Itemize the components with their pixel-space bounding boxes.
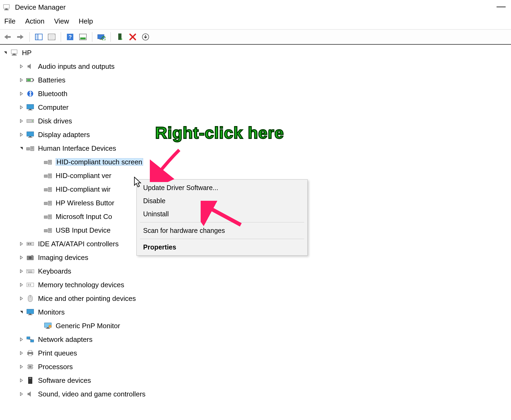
tree-category-label: Software devices xyxy=(38,377,91,384)
enable-button[interactable] xyxy=(115,32,125,42)
uninstall-button[interactable] xyxy=(128,32,138,42)
tree-arrow-collapsed[interactable] xyxy=(17,119,26,123)
scan-hardware-button[interactable] xyxy=(97,32,106,42)
menu-help[interactable]: Help xyxy=(79,17,93,25)
svg-rect-67 xyxy=(26,270,34,273)
tree-arrow-collapsed[interactable] xyxy=(17,133,26,137)
show-hide-console-button[interactable] xyxy=(34,32,44,42)
svg-rect-37 xyxy=(44,161,47,164)
svg-rect-20 xyxy=(12,55,17,55)
tree-arrow-collapsed[interactable] xyxy=(17,78,26,82)
svg-rect-75 xyxy=(30,284,31,286)
tree-category-label: Bluetooth xyxy=(38,90,67,97)
tree-device-label: USB Input Device xyxy=(56,227,110,234)
tree-arrow-collapsed[interactable] xyxy=(17,242,26,246)
tree-category[interactable]: Network adapters xyxy=(0,332,511,346)
tree-device-label: HID-compliant touch screen xyxy=(56,158,143,166)
tree-category[interactable]: Print queues xyxy=(0,346,511,360)
svg-rect-31 xyxy=(29,136,31,137)
tree-device[interactable]: HID-compliant touch screen xyxy=(0,155,511,169)
svg-rect-88 xyxy=(29,350,32,352)
svg-rect-27 xyxy=(28,110,32,110)
svg-rect-32 xyxy=(28,137,32,138)
properties-button[interactable] xyxy=(47,32,56,42)
svg-rect-57 xyxy=(44,229,47,232)
forward-button[interactable] xyxy=(16,32,25,42)
svg-rect-45 xyxy=(44,188,47,191)
help-button[interactable]: ? xyxy=(65,32,75,42)
annotation-arrow-to-item xyxy=(150,145,187,182)
svg-rect-22 xyxy=(33,79,34,81)
tree-arrow-collapsed[interactable] xyxy=(17,256,26,259)
svg-rect-74 xyxy=(28,284,29,286)
tree-category[interactable]: Batteries xyxy=(0,73,511,87)
tree-category[interactable]: Keyboards xyxy=(0,264,511,278)
tree-category-label: Mice and other pointing devices xyxy=(38,295,136,302)
minimize-button[interactable]: — xyxy=(497,1,506,10)
svg-point-65 xyxy=(29,256,32,259)
tree-category-label: Print queues xyxy=(38,350,77,357)
svg-rect-30 xyxy=(27,132,34,136)
ide-icon xyxy=(26,240,35,248)
svg-rect-91 xyxy=(29,366,31,368)
svg-rect-71 xyxy=(31,270,32,271)
tree-arrow-collapsed[interactable] xyxy=(17,105,26,109)
tree-arrow-collapsed[interactable] xyxy=(17,269,26,273)
context-menu-item[interactable]: Properties xyxy=(137,241,307,254)
menu-view[interactable]: View xyxy=(54,17,69,25)
tree-arrow-collapsed[interactable] xyxy=(17,365,26,369)
tree-root[interactable]: HP xyxy=(0,46,511,59)
update-driver-button[interactable] xyxy=(141,32,150,42)
svg-rect-26 xyxy=(29,109,31,110)
svg-rect-33 xyxy=(26,147,30,150)
toolbar: ? xyxy=(0,30,511,44)
tree-category[interactable]: Sound, video and game controllers xyxy=(0,387,511,401)
svg-rect-18 xyxy=(11,50,17,54)
tree-device-label: HID-compliant ver xyxy=(56,172,111,179)
tree-arrow-collapsed[interactable] xyxy=(17,392,26,396)
tree-arrow-collapsed[interactable] xyxy=(17,92,26,96)
tree-arrow-expanded[interactable] xyxy=(1,51,10,55)
svg-rect-4 xyxy=(35,34,38,40)
svg-rect-0 xyxy=(3,5,9,8)
svg-rect-62 xyxy=(28,243,29,245)
menu-file[interactable]: File xyxy=(4,17,16,25)
tree-category[interactable]: Human Interface Devices xyxy=(0,141,511,155)
svg-rect-49 xyxy=(44,202,47,205)
hid-icon xyxy=(43,213,52,221)
action-button[interactable] xyxy=(78,32,88,42)
tree-device[interactable]: Generic PnP Monitor xyxy=(0,319,511,332)
tree-category[interactable]: Mice and other pointing devices xyxy=(0,292,511,305)
tree-category[interactable]: Memory technology devices xyxy=(0,278,511,292)
hid-icon xyxy=(26,144,35,152)
tree-arrow-collapsed[interactable] xyxy=(17,351,26,355)
menu-action[interactable]: Action xyxy=(25,17,44,25)
tree-category[interactable]: Bluetooth xyxy=(0,87,511,100)
svg-rect-41 xyxy=(44,175,47,177)
tree-category[interactable]: Audio inputs and outputs xyxy=(0,59,511,73)
tree-arrow-collapsed[interactable] xyxy=(17,338,26,341)
tree-arrow-collapsed[interactable] xyxy=(17,379,26,382)
svg-point-83 xyxy=(49,325,51,328)
svg-rect-70 xyxy=(30,270,31,271)
tree-category[interactable]: Software devices xyxy=(0,373,511,387)
tree-arrow-expanded[interactable] xyxy=(17,310,26,314)
keyboard-icon xyxy=(26,267,35,275)
tree-arrow-expanded[interactable] xyxy=(17,146,26,150)
tree-category[interactable]: Processors xyxy=(0,360,511,373)
hid-icon xyxy=(43,185,52,193)
tree-arrow-collapsed[interactable] xyxy=(17,283,26,287)
tree-arrow-collapsed[interactable] xyxy=(17,65,26,68)
svg-rect-25 xyxy=(27,104,34,109)
network-icon xyxy=(26,335,35,343)
tree-category[interactable]: Monitors xyxy=(0,305,511,319)
svg-rect-66 xyxy=(31,255,33,256)
computer-icon xyxy=(10,49,19,57)
tree-arrow-collapsed[interactable] xyxy=(17,297,26,300)
tree-category-label: Batteries xyxy=(38,77,66,84)
tree-category-label: Disk drives xyxy=(38,118,72,124)
printer-icon xyxy=(26,349,35,357)
context-menu-item[interactable]: Update Driver Software... xyxy=(137,181,307,194)
back-button[interactable] xyxy=(3,32,12,42)
tree-category[interactable]: Computer xyxy=(0,100,511,114)
